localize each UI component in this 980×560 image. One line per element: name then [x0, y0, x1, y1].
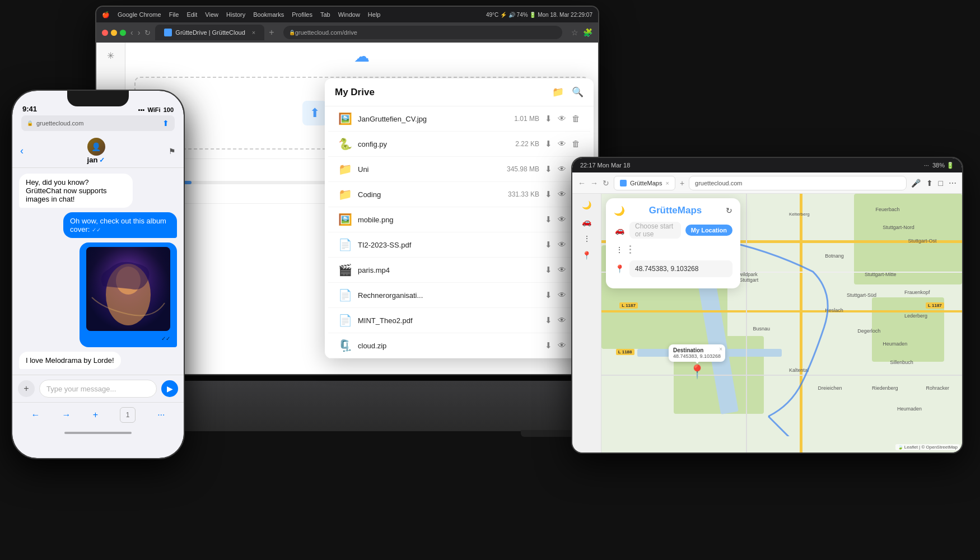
- message-input[interactable]: Type your message...: [39, 380, 157, 398]
- tablet-address-bar[interactable]: gruettecloud.com: [689, 176, 906, 190]
- file-menu[interactable]: File: [169, 11, 179, 18]
- tablet-tab[interactable]: GrütteMaps ×: [614, 176, 675, 190]
- forward-nav-icon[interactable]: →: [62, 410, 71, 420]
- tablet-tab-close[interactable]: ×: [665, 180, 669, 186]
- app-name[interactable]: Google Chrome: [118, 11, 161, 18]
- table-row[interactable]: 📄 MINT_Theo2.pdf ⬇ 👁 🗑: [328, 308, 590, 333]
- tab-close[interactable]: ×: [252, 29, 255, 36]
- tablet-reload-button[interactable]: ↻: [603, 179, 609, 188]
- my-location-button[interactable]: My Location: [685, 225, 732, 236]
- more-options-icon[interactable]: ···: [157, 410, 165, 420]
- file-icon: 📄: [338, 314, 352, 327]
- view-icon[interactable]: 👁: [558, 315, 566, 325]
- laptop-menubar: 🍎 Google Chrome File Edit View History B…: [96, 7, 598, 22]
- view-icon[interactable]: 👁: [558, 214, 566, 225]
- profiles-menu[interactable]: Profiles: [292, 11, 312, 18]
- view-icon[interactable]: 👁: [558, 265, 566, 275]
- microphone-icon[interactable]: 🎤: [911, 179, 921, 188]
- moon-icon[interactable]: 🌙: [582, 200, 591, 209]
- download-icon[interactable]: ⬇: [545, 290, 552, 300]
- download-icon[interactable]: ⬇: [545, 189, 552, 199]
- view-menu[interactable]: View: [205, 11, 218, 18]
- extensions-icon[interactable]: 🧩: [583, 28, 592, 37]
- table-row[interactable]: 🎬 paris.mp4 ⬇ 👁 🗑: [328, 258, 590, 283]
- tablet-favicon: [620, 180, 627, 186]
- dot: [629, 252, 631, 254]
- bookmark-icon[interactable]: ☆: [571, 28, 578, 37]
- download-icon[interactable]: ⬇: [545, 240, 552, 250]
- download-icon[interactable]: ⬇: [545, 265, 552, 275]
- minimize-button[interactable]: [111, 30, 117, 36]
- table-row[interactable]: 📁 Uni 345.98 MB ⬇ 👁 🗑: [328, 157, 590, 182]
- history-menu[interactable]: History: [226, 11, 245, 18]
- new-tab-button[interactable]: +: [269, 27, 274, 38]
- add-tab-icon[interactable]: +: [93, 410, 98, 420]
- tablet-map-area[interactable]: K 9505 L 1187 L 1187 L 1188 Feuerbach St…: [601, 194, 962, 452]
- tablet-battery: 38% 🔋: [932, 162, 954, 169]
- flag-icon[interactable]: ⚑: [169, 147, 176, 156]
- download-icon[interactable]: ⬇: [545, 340, 552, 351]
- help-menu[interactable]: Help: [368, 11, 381, 18]
- phone-address-bar[interactable]: 🔒 gruettecloud.com ⬆: [21, 115, 175, 131]
- view-icon[interactable]: 👁: [558, 290, 566, 300]
- bookmarks-menu[interactable]: Bookmarks: [253, 11, 284, 18]
- view-icon[interactable]: 👁: [558, 189, 566, 199]
- table-row[interactable]: 🖼️ mobile.png ⬇ 👁 🗑: [328, 207, 590, 232]
- tablet-back-button[interactable]: ←: [578, 179, 586, 188]
- dots-menu-icon[interactable]: ⋮: [583, 234, 591, 243]
- bookmark-icon[interactable]: □: [939, 179, 943, 188]
- edit-menu[interactable]: Edit: [186, 11, 197, 18]
- car-icon[interactable]: 🚗: [582, 217, 591, 226]
- close-bubble-button[interactable]: ×: [719, 346, 722, 352]
- start-input[interactable]: Choose start or use: [629, 222, 681, 239]
- tab-switcher[interactable]: 1: [120, 407, 136, 423]
- download-icon[interactable]: ⬇: [545, 214, 552, 225]
- chrome-tab[interactable]: GrütteDrive | GrütteCloud ×: [155, 25, 264, 40]
- close-button[interactable]: [102, 30, 108, 36]
- table-row[interactable]: 📁 Coding 331.33 KB ⬇ 👁 🗑: [328, 182, 590, 207]
- view-icon[interactable]: 👁: [558, 114, 566, 124]
- table-row[interactable]: 📄 TI2-2023-SS.pdf ⬇ 👁 🗑: [328, 232, 590, 258]
- view-icon[interactable]: 👁: [558, 139, 566, 149]
- view-icon[interactable]: 👁: [558, 340, 566, 351]
- drive-header-icons: 📁 🔍: [552, 86, 584, 98]
- table-row[interactable]: 🗜️ cloud.zip ⬇ 👁 🗑: [328, 333, 590, 358]
- back-button[interactable]: ‹: [130, 28, 133, 37]
- address-bar[interactable]: 🔒 gruettecloud.com/drive: [283, 26, 562, 39]
- file-name: paris.mp4: [358, 266, 494, 274]
- table-row[interactable]: 🖼️ JanGruttefien_CV.jpg 1.01 MB ⬇ 👁 🗑: [328, 106, 590, 132]
- maximize-button[interactable]: [120, 30, 126, 36]
- view-icon[interactable]: 👁: [558, 164, 566, 174]
- download-icon[interactable]: ⬇: [545, 315, 552, 325]
- apple-menu[interactable]: 🍎: [102, 11, 110, 18]
- table-row[interactable]: 📄 Rechnerorganisati... ⬇ 👁 🗑: [328, 283, 590, 308]
- view-icon[interactable]: 👁: [558, 240, 566, 250]
- download-icon[interactable]: ⬇: [545, 139, 552, 149]
- download-icon[interactable]: ⬇: [545, 164, 552, 174]
- new-tab-button[interactable]: +: [680, 179, 684, 188]
- tablet-status-right: ··· 38% 🔋: [924, 162, 954, 169]
- delete-icon[interactable]: 🗑: [572, 139, 580, 149]
- download-icon[interactable]: ⬇: [545, 114, 552, 124]
- tab-menu[interactable]: Tab: [320, 11, 330, 18]
- destination-coords[interactable]: 48.745383, 9.103268: [629, 260, 732, 277]
- send-button[interactable]: ▶: [161, 380, 178, 397]
- window-menu[interactable]: Window: [338, 11, 360, 18]
- forward-button[interactable]: ›: [138, 28, 141, 37]
- share-button[interactable]: ⬆: [162, 119, 169, 128]
- tablet-forward-button[interactable]: →: [590, 179, 598, 188]
- location-pin-icon[interactable]: 📍: [582, 251, 591, 260]
- back-nav-icon[interactable]: ←: [31, 410, 40, 420]
- add-attachment-button[interactable]: +: [18, 380, 35, 397]
- reload-button[interactable]: ↻: [144, 29, 151, 37]
- refresh-button[interactable]: ↻: [726, 206, 732, 215]
- new-folder-icon[interactable]: 📁: [552, 86, 564, 98]
- message-input-bar: + Type your message... ▶: [12, 375, 184, 402]
- table-row[interactable]: 🐍 config.py 2.22 KB ⬇ 👁 🗑: [328, 132, 590, 157]
- search-icon[interactable]: 🔍: [572, 86, 584, 98]
- more-icon[interactable]: ⋯: [949, 179, 956, 188]
- delete-icon[interactable]: 🗑: [572, 114, 580, 124]
- dark-mode-button[interactable]: 🌙: [614, 206, 625, 216]
- share-icon[interactable]: ⬆: [926, 179, 933, 188]
- file-icon: 🎬: [338, 263, 352, 277]
